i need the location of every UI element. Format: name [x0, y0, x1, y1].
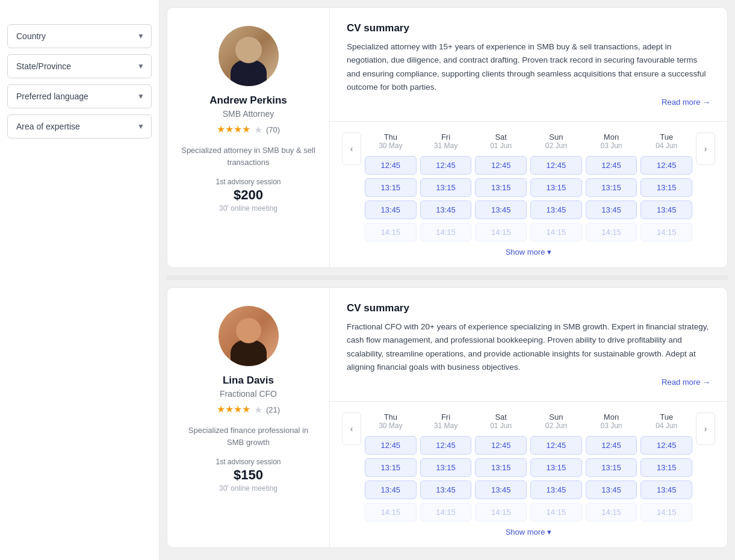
expert-calendar: CV summary Specialized attorney with 15+… [330, 8, 727, 267]
day-column: Sat01 Jun12:4513:1513:4514:15 [475, 412, 527, 521]
time-slot-button[interactable]: 12:45 [475, 436, 527, 455]
next-week-button[interactable]: › [696, 132, 715, 165]
expertise-select[interactable]: Area of expertise [7, 114, 152, 138]
time-slot-button[interactable]: 14:15 [586, 503, 637, 521]
country-select[interactable]: Country [7, 24, 152, 48]
time-slot-button[interactable]: 13:45 [530, 481, 582, 499]
read-more-link[interactable]: Read more → [347, 98, 710, 107]
cv-text: Fractional CFO with 20+ years of experie… [347, 320, 710, 374]
time-slot-button[interactable]: 13:15 [530, 178, 582, 197]
time-slot-button[interactable]: 13:15 [586, 458, 637, 477]
time-slot-button[interactable]: 13:45 [420, 481, 472, 499]
review-count: (70) [266, 125, 280, 134]
time-slot-button[interactable]: 13:15 [586, 178, 637, 197]
cv-section: CV summary Specialized attorney with 15+… [330, 8, 727, 122]
review-count: (21) [266, 405, 280, 414]
day-header: Thu30 May [379, 412, 402, 430]
expert-description: Specialized attorney in SMB buy & sell t… [179, 145, 317, 168]
day-header: Tue04 Jun [656, 132, 677, 150]
day-header: Mon03 Jun [601, 412, 622, 430]
read-more-label: Read more → [662, 378, 710, 387]
time-slot-button[interactable]: 14:15 [640, 503, 692, 521]
time-slot-button[interactable]: 12:45 [420, 156, 472, 175]
rating-row: ★★★★★ (21) [217, 403, 280, 416]
day-column: Sat01 Jun12:4513:1513:4514:15 [475, 132, 527, 241]
state-select[interactable]: State/Province [7, 54, 152, 78]
time-slot-button[interactable]: 13:15 [365, 178, 417, 197]
day-name: Sat [490, 412, 512, 422]
time-slot-button[interactable]: 12:45 [530, 156, 582, 175]
time-slot-button[interactable]: 14:15 [530, 503, 582, 521]
day-column: Tue04 Jun12:4513:1513:4514:15 [640, 412, 692, 521]
time-slot-button[interactable]: 13:45 [640, 481, 692, 499]
show-more-label: Show more [506, 247, 545, 257]
time-slot-button[interactable]: 13:45 [420, 201, 472, 219]
time-slot-button[interactable]: 13:45 [365, 481, 417, 499]
time-slot-button[interactable]: 14:15 [586, 223, 637, 241]
expert-title: Fractional CFO [220, 389, 277, 399]
time-slot-button[interactable]: 13:45 [475, 481, 527, 499]
expert-description: Specialized finance professional in SMB … [179, 425, 317, 448]
time-slot-button[interactable]: 14:15 [475, 503, 527, 521]
time-slot-button[interactable]: 12:45 [365, 436, 417, 455]
time-slot-button[interactable]: 14:15 [640, 223, 692, 241]
time-slot-button[interactable]: 12:45 [640, 156, 692, 175]
time-slot-button[interactable]: 13:45 [640, 201, 692, 219]
time-slot-button[interactable]: 14:15 [420, 223, 472, 241]
time-slot-button[interactable]: 13:15 [640, 458, 692, 477]
time-slot-button[interactable]: 12:45 [586, 156, 637, 175]
day-header: Sat01 Jun [490, 132, 512, 150]
time-slot-button[interactable]: 12:45 [365, 156, 417, 175]
prev-week-button[interactable]: ‹ [342, 412, 361, 445]
time-slot-button[interactable]: 13:45 [586, 481, 637, 499]
time-slot-button[interactable]: 13:45 [530, 201, 582, 219]
time-slot-button[interactable]: 13:15 [475, 178, 527, 197]
time-slot-button[interactable]: 13:15 [530, 458, 582, 477]
read-more-link[interactable]: Read more → [347, 378, 710, 387]
time-slot-button[interactable]: 14:15 [365, 223, 417, 241]
day-name: Fri [434, 412, 457, 422]
time-slot-button[interactable]: 14:15 [530, 223, 582, 241]
time-slot-button[interactable]: 13:15 [420, 178, 472, 197]
language-filter-wrapper: Preferred language ▼ [7, 84, 152, 108]
prev-week-button[interactable]: ‹ [342, 132, 361, 165]
time-slot-button[interactable]: 13:45 [586, 201, 637, 219]
time-slot-button[interactable]: 12:45 [475, 156, 527, 175]
time-slot-button[interactable]: 13:15 [365, 458, 417, 477]
day-column: Sun02 Jun12:4513:1513:4514:15 [530, 412, 582, 521]
day-date: 03 Jun [601, 142, 622, 150]
show-more-button[interactable]: Show more ▾ [342, 247, 715, 257]
session-type: 30' online meeting [219, 484, 278, 493]
time-slot-button[interactable]: 14:15 [365, 503, 417, 521]
language-select[interactable]: Preferred language [7, 84, 152, 108]
day-name: Sun [545, 412, 567, 422]
next-week-button[interactable]: › [696, 412, 715, 445]
days-grid: Thu30 May12:4513:1513:4514:15Fri31 May12… [365, 412, 692, 521]
day-column: Fri31 May12:4513:1513:4514:15 [420, 132, 472, 241]
show-more-button[interactable]: Show more ▾ [342, 527, 715, 537]
expert-profile: Lina Davis Fractional CFO ★★★★★ (21) Spe… [167, 288, 330, 547]
state-filter-wrapper: State/Province ▼ [7, 54, 152, 78]
time-slot-button[interactable]: 14:15 [475, 223, 527, 241]
session-price: $200 [234, 187, 263, 203]
calendar-nav: ‹ Thu30 May12:4513:1513:4514:15Fri31 May… [342, 132, 715, 241]
time-slot-button[interactable]: 13:15 [475, 458, 527, 477]
session-price: $150 [234, 467, 263, 483]
time-slot-button[interactable]: 13:15 [640, 178, 692, 197]
day-header: Tue04 Jun [656, 412, 677, 430]
time-slot-button[interactable]: 12:45 [640, 436, 692, 455]
expert-title: SMB Attorney [223, 109, 274, 119]
time-slot-button[interactable]: 14:15 [420, 503, 472, 521]
time-slot-button[interactable]: 12:45 [586, 436, 637, 455]
time-slot-button[interactable]: 12:45 [530, 436, 582, 455]
time-slot-button[interactable]: 13:45 [365, 201, 417, 219]
expertise-filter-wrapper: Area of expertise ▼ [7, 114, 152, 138]
time-slot-button[interactable]: 13:15 [420, 458, 472, 477]
time-slot-button[interactable]: 12:45 [420, 436, 472, 455]
session-type: 30' online meeting [219, 204, 278, 213]
days-grid: Thu30 May12:4513:1513:4514:15Fri31 May12… [365, 132, 692, 241]
session-label: 1st advisory session [216, 458, 281, 466]
cv-title: CV summary [347, 22, 710, 34]
day-name: Tue [656, 412, 677, 422]
time-slot-button[interactable]: 13:45 [475, 201, 527, 219]
